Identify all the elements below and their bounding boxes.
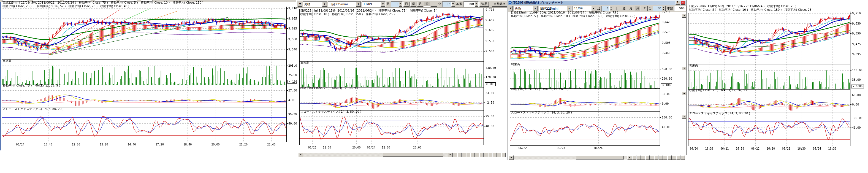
- scroll-left-button[interactable]: ◄: [509, 155, 514, 160]
- scroll-left-button[interactable]: ◄: [298, 153, 303, 157]
- mini-tool-button[interactable]: [462, 153, 466, 157]
- chevron-down-icon[interactable]: ▼: [591, 6, 596, 11]
- time-axis-label: 06/23: [308, 146, 316, 149]
- axis-tick-label: 9,630: [852, 22, 861, 25]
- chevron-down-icon[interactable]: ▼: [356, 2, 361, 7]
- period-button-1[interactable]: 週: [621, 6, 627, 11]
- mini-tool-button[interactable]: [453, 153, 457, 157]
- mini-tool-button[interactable]: [471, 153, 475, 157]
- mini-tool-button[interactable]: [672, 155, 676, 160]
- symbol-select[interactable]: 日経225mini▼: [328, 1, 361, 7]
- spinner-arrows-icon[interactable]: [475, 2, 478, 7]
- chevron-down-icon[interactable]: ▼: [567, 6, 571, 11]
- pane-collapse-button[interactable]: ◄: [682, 14, 686, 18]
- contract-select[interactable]: 11/09▼: [572, 6, 596, 11]
- period-button-1[interactable]: 週: [410, 2, 416, 7]
- category-select[interactable]: 先物▼: [514, 6, 538, 11]
- multi-symbol-button[interactable]: 複数銘柄: [492, 2, 507, 7]
- chart-canvas[interactable]: [508, 0, 686, 161]
- mini-tool-button[interactable]: [676, 155, 680, 160]
- stochastics-section-label: スロー・ストキャスティクス( 14, 3, 80, 20 ): [689, 112, 750, 115]
- period-button-0[interactable]: 日: [403, 2, 409, 7]
- spinner-arrows-icon[interactable]: [451, 2, 455, 7]
- time-axis-label: 16:30: [828, 147, 836, 150]
- mini-tool-button[interactable]: [681, 155, 685, 160]
- axis-tick-label: 9,710: [852, 11, 861, 15]
- contract-select[interactable]: 11/09▼: [362, 1, 385, 7]
- mini-tool-button[interactable]: [646, 155, 650, 160]
- help-button[interactable]: ?: [676, 1, 680, 5]
- pane-collapse-button[interactable]: ◄: [682, 115, 686, 119]
- period-button-0[interactable]: 日: [614, 6, 620, 11]
- chart-canvas[interactable]: [297, 0, 507, 159]
- ashi-count-stepper[interactable]: 1: [391, 1, 403, 7]
- period-button-4[interactable]: T: [642, 6, 648, 11]
- menu-dropdown-button[interactable]: ▼: [298, 2, 302, 7]
- mini-tool-button[interactable]: [501, 153, 505, 157]
- chevron-down-icon[interactable]: ▼: [380, 2, 385, 7]
- chart-toolbar: ▼先物▼日経225mini▼11/09▼足1日週月分T分15本数500適用複数銘…: [297, 1, 507, 8]
- chart-panel-60min: 日経225mini 11/09( 60分, 2011/06/16 - 2011/…: [686, 0, 868, 155]
- scrollbar-thumb[interactable]: [383, 153, 444, 157]
- mini-tool-button[interactable]: [466, 153, 470, 157]
- mini-tool-button[interactable]: [493, 153, 497, 157]
- bar-count-value: 500: [464, 2, 475, 7]
- menu-dropdown-button[interactable]: ▼: [508, 6, 513, 11]
- mini-tool-button[interactable]: [475, 153, 479, 157]
- axis-tick-label: 9,395: [852, 52, 861, 56]
- chart-panel-15min: ▼先物▼日経225mini▼11/09▼足1日週月分T分15本数500適用複数銘…: [297, 0, 507, 159]
- category-select[interactable]: 先物▼: [303, 1, 327, 7]
- axis-tick-label: 430.00: [486, 66, 496, 69]
- period-button-4[interactable]: T: [431, 2, 437, 7]
- axis-tick-label: 0.00: [662, 102, 669, 105]
- spinner-arrows-icon[interactable]: [610, 6, 613, 11]
- scroll-right-button[interactable]: ►: [627, 155, 632, 160]
- mini-tool-button[interactable]: [659, 155, 663, 160]
- scroll-right-button[interactable]: ►: [448, 153, 453, 157]
- scrollbar-track[interactable]: [303, 153, 448, 157]
- window-titlebar[interactable]: [5130] 指数先物/オプションチャート?×: [508, 1, 686, 5]
- spinner-arrows-icon[interactable]: [399, 2, 402, 7]
- bar-count-value: 500: [674, 6, 685, 11]
- stochastics-section-label: スロー・ストキャスティクス( 14, 3, 80, 20 ): [3, 107, 64, 111]
- pane-collapse-button[interactable]: ◄: [682, 66, 686, 70]
- axis-tick-label: 9,605: [486, 28, 494, 32]
- chart-canvas[interactable]: [687, 0, 868, 155]
- apply-button[interactable]: 適用: [479, 2, 489, 7]
- close-button[interactable]: ×: [681, 1, 685, 5]
- period-button-3[interactable]: 分: [424, 2, 430, 7]
- axis-tick-label: 23.00: [486, 91, 494, 94]
- mini-tool-button[interactable]: [654, 155, 658, 160]
- ashi-label: 足: [597, 6, 600, 10]
- ashi-count-stepper[interactable]: 1: [601, 6, 613, 11]
- period-button-2[interactable]: 月: [628, 6, 634, 11]
- chevron-down-icon[interactable]: ▼: [533, 6, 537, 11]
- mini-tool-button[interactable]: [641, 155, 645, 160]
- mini-tool-button[interactable]: [488, 153, 492, 157]
- axis-tick-label: 9,540: [288, 48, 297, 51]
- chevron-down-icon[interactable]: ▼: [322, 2, 327, 7]
- mini-tool-button[interactable]: [632, 155, 637, 160]
- scrollbar-thumb[interactable]: [576, 156, 624, 160]
- axis-tick-label: 9,665: [288, 17, 297, 20]
- mini-tool-button[interactable]: [668, 155, 672, 160]
- trading-chart-workspace: 日経225mini 11/09( 5分, 2011/06/21 - 2011/0…: [0, 0, 868, 173]
- mini-tool-button[interactable]: [663, 155, 667, 160]
- bar-count-stepper[interactable]: 500: [463, 1, 478, 7]
- axis-tick-label: 650.00: [662, 67, 672, 71]
- mini-tool-button[interactable]: [479, 153, 484, 157]
- mini-tool-button[interactable]: [650, 155, 654, 160]
- macd-section-label: 移動平均( Close, 75 ) MACD( 12, 26, 9 ): [301, 86, 358, 90]
- symbol-select[interactable]: 日経225mini▼: [539, 6, 572, 11]
- time-axis-label: 16:30: [767, 147, 775, 150]
- mini-tool-button[interactable]: [457, 153, 462, 157]
- pane-collapse-button[interactable]: ◄: [682, 92, 686, 95]
- mini-tool-button[interactable]: [484, 153, 488, 157]
- minute-stepper[interactable]: 15: [442, 1, 455, 7]
- mini-tool-button[interactable]: [497, 153, 501, 157]
- period-button-3[interactable]: 分: [635, 6, 641, 11]
- chart-canvas[interactable]: [0, 0, 296, 150]
- period-button-2[interactable]: 月: [417, 2, 423, 7]
- mini-tool-button[interactable]: [637, 155, 641, 160]
- scrollbar-track[interactable]: [514, 156, 627, 160]
